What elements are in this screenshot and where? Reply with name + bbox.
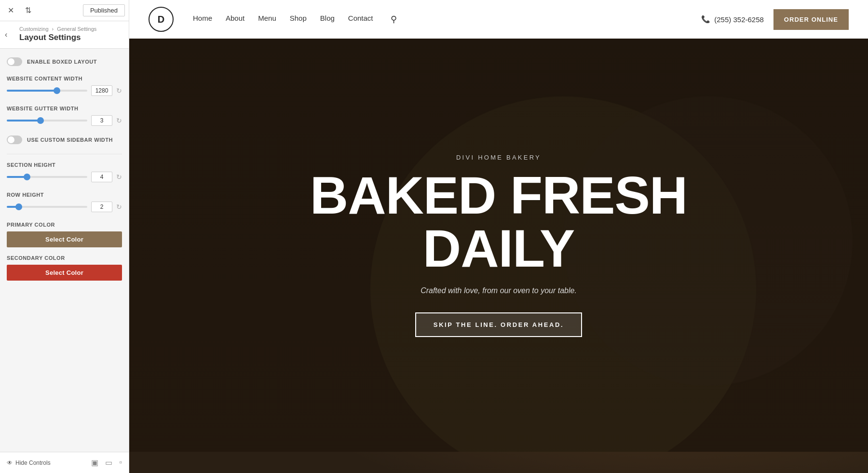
- content-width-fill: [7, 90, 57, 92]
- boxed-layout-label: ENABLE BOXED LAYOUT: [27, 59, 97, 65]
- bottom-icons: ▣ ▭ ▫: [91, 458, 122, 467]
- breadcrumb: Customizing › General Settings: [19, 26, 122, 32]
- secondary-color-label: SECONDARY COLOR: [7, 255, 122, 261]
- secondary-color-button[interactable]: Select Color: [7, 265, 122, 281]
- section-height-reset[interactable]: ↻: [116, 173, 122, 181]
- content-width-track[interactable]: [7, 90, 87, 92]
- hero-section: DIVI HOME BAKERY BAKED FRESH DAILY Craft…: [129, 0, 868, 452]
- boxed-layout-row: ENABLE BOXED LAYOUT: [7, 57, 122, 66]
- row-height-track[interactable]: [7, 206, 87, 208]
- divider-1: [7, 154, 122, 154]
- content-width-label: WEBSITE CONTENT WIDTH: [7, 76, 122, 81]
- tablet-icon[interactable]: ▭: [105, 458, 112, 467]
- row-height-row: 2 ↻: [7, 202, 122, 212]
- sidebar-width-toggle[interactable]: [7, 135, 22, 144]
- gutter-width-value[interactable]: 3: [91, 115, 112, 126]
- desktop-icon[interactable]: ▣: [91, 458, 98, 467]
- section-height-thumb[interactable]: [24, 174, 30, 180]
- eye-icon: 👁: [7, 459, 13, 466]
- gutter-width-reset[interactable]: ↻: [116, 117, 122, 124]
- nav-link-blog[interactable]: Blog: [320, 14, 335, 25]
- preview-nav: D Home About Menu Shop Blog Contact ⚲ 📞 …: [129, 0, 868, 39]
- primary-color-label: PRIMARY COLOR: [7, 222, 122, 228]
- panel-title: Layout Settings: [19, 33, 122, 42]
- nav-link-about[interactable]: About: [226, 14, 244, 25]
- boxed-layout-toggle[interactable]: [7, 57, 22, 66]
- nav-link-home[interactable]: Home: [193, 14, 212, 25]
- nav-links: Home About Menu Shop Blog Contact ⚲: [193, 14, 701, 25]
- content-width-reset[interactable]: ↻: [116, 87, 122, 95]
- section-height-track[interactable]: [7, 176, 87, 178]
- row-height-thumb[interactable]: [15, 203, 22, 210]
- hero-content: DIVI HOME BAKERY BAKED FRESH DAILY Craft…: [310, 154, 687, 337]
- gutter-width-row: 3 ↻: [7, 115, 122, 126]
- nav-link-contact[interactable]: Contact: [348, 14, 373, 25]
- hero-subtitle: DIVI HOME BAKERY: [310, 154, 687, 161]
- nav-link-shop[interactable]: Shop: [290, 14, 307, 25]
- gutter-width-fill: [7, 120, 41, 122]
- section-height-row: 4 ↻: [7, 172, 122, 182]
- back-button[interactable]: ‹: [5, 30, 7, 39]
- nav-link-menu[interactable]: Menu: [258, 14, 276, 25]
- sidebar-width-label: USE CUSTOM SIDEBAR WIDTH: [27, 137, 113, 143]
- hero-cta-button[interactable]: SKIP THE LINE. ORDER AHEAD.: [415, 312, 582, 337]
- hero-tagline: Crafted with love, from our oven to your…: [310, 286, 687, 295]
- section-height-label: SECTION HEIGHT: [7, 162, 122, 168]
- content-width-value[interactable]: 1280: [91, 85, 112, 96]
- row-height-label: ROW HEIGHT: [7, 192, 122, 198]
- gutter-width-thumb[interactable]: [37, 117, 44, 124]
- nav-right: 📞 (255) 352-6258 ORDER ONLINE: [701, 9, 849, 30]
- content-width-thumb[interactable]: [54, 87, 60, 94]
- row-height-reset[interactable]: ↻: [116, 203, 122, 211]
- nav-logo: D: [149, 7, 174, 32]
- content-width-section: WEBSITE CONTENT WIDTH 1280 ↻: [7, 76, 122, 96]
- customizer-panel: ✕ ⇅ Published ‹ Customizing › General Se…: [0, 0, 129, 473]
- section-height-value[interactable]: 4: [91, 172, 112, 182]
- order-online-button[interactable]: ORDER ONLINE: [773, 9, 849, 30]
- search-icon[interactable]: ⚲: [391, 14, 397, 25]
- settings-content: ENABLE BOXED LAYOUT WEBSITE CONTENT WIDT…: [0, 49, 129, 452]
- top-bar: ✕ ⇅ Published: [0, 0, 129, 21]
- nav-phone: 📞 (255) 352-6258: [701, 15, 764, 24]
- gutter-width-label: WEBSITE GUTTER WIDTH: [7, 106, 122, 111]
- gutter-width-track[interactable]: [7, 120, 87, 122]
- panel-header: ‹ Customizing › General Settings Layout …: [0, 21, 129, 49]
- bottom-bar: 👁 Hide Controls ▣ ▭ ▫: [0, 452, 129, 473]
- row-height-section: ROW HEIGHT 2 ↻: [7, 192, 122, 212]
- preview-area: D Home About Menu Shop Blog Contact ⚲ 📞 …: [129, 0, 868, 473]
- primary-color-button[interactable]: Select Color: [7, 231, 122, 247]
- section-height-section: SECTION HEIGHT 4 ↻: [7, 162, 122, 182]
- published-button[interactable]: Published: [83, 4, 125, 16]
- hide-controls-button[interactable]: 👁 Hide Controls: [7, 459, 51, 466]
- primary-color-section: PRIMARY COLOR Select Color: [7, 222, 122, 247]
- content-width-row: 1280 ↻: [7, 85, 122, 96]
- mobile-icon[interactable]: ▫: [119, 458, 122, 467]
- hero-title: BAKED FRESH DAILY: [310, 169, 687, 275]
- gutter-width-section: WEBSITE GUTTER WIDTH 3 ↻: [7, 106, 122, 126]
- phone-icon: 📞: [701, 15, 710, 24]
- reorder-button[interactable]: ⇅: [21, 4, 35, 17]
- sidebar-width-row: USE CUSTOM SIDEBAR WIDTH: [7, 135, 122, 144]
- secondary-color-section: SECONDARY COLOR Select Color: [7, 255, 122, 281]
- row-height-value[interactable]: 2: [91, 202, 112, 212]
- close-button[interactable]: ✕: [4, 4, 17, 17]
